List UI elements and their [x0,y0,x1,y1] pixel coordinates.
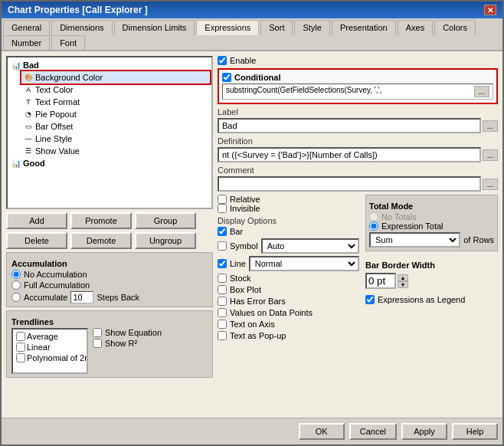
tree-item-pie-popout[interactable]: ◔ Pie Popout [21,108,210,120]
relative-checkbox[interactable] [218,195,227,204]
ungroup-button[interactable]: Ungroup [135,232,196,249]
tree-label-good: Good [23,159,45,168]
values-on-data-points-checkbox[interactable] [218,308,227,317]
tab-presentation[interactable]: Presentation [332,20,396,35]
trendlines-title: Trendlines [11,317,208,326]
text-as-popup-checkbox[interactable] [218,331,227,340]
relative-item[interactable]: Relative [218,195,359,204]
trendline-poly2[interactable]: Polynomial of 2nd d... [15,353,85,363]
tab-axes[interactable]: Axes [398,20,433,35]
trendlines-list[interactable]: Average Linear Polynomial of 2nd d... [11,328,88,374]
stock-checkbox[interactable] [218,274,227,283]
tree-label-bad: Bad [23,61,39,70]
sum-select[interactable]: Sum [369,232,460,248]
line-select[interactable]: Normal [249,256,359,271]
tree-item-text-color[interactable]: A Text Color [21,84,210,96]
show-r2-label: Show R² [105,339,137,348]
tree-item-line-style[interactable]: — Line Style [21,133,210,145]
tree-item-show-value[interactable]: ☰ Show Value [21,145,210,157]
left-panel: 📊 Bad 🎨 Background Color A Text Color T … [6,56,213,413]
delete-button[interactable]: Delete [6,232,67,249]
tab-general[interactable]: General [3,20,50,35]
accumulate-label: Accumulate [24,293,67,302]
invisible-item[interactable]: Invisible [218,204,359,213]
group-button[interactable]: Group [135,212,196,229]
line-checkbox[interactable] [218,259,227,268]
btn-row-1: Add Promote Group [6,212,213,229]
trendline-average[interactable]: Average [15,331,85,342]
apply-button[interactable]: Apply [401,423,447,440]
show-r2-item[interactable]: Show R² [93,339,162,348]
tree-label-text-color: Text Color [35,85,74,94]
label-input[interactable] [218,118,481,133]
radio-no-accumulation[interactable]: No Accumulation [11,270,208,279]
steps-input[interactable]: 10 [70,291,93,303]
conditional-label: Conditional [234,73,281,82]
tree-item-bad[interactable]: 📊 Bad [9,59,210,71]
spin-up[interactable]: ▲ [398,274,408,281]
tab-dimension-limits[interactable]: Dimension Limits [114,20,195,35]
spin-down[interactable]: ▼ [398,281,408,288]
definition-expr-button[interactable]: ... [483,149,498,161]
expressions-legend-item[interactable]: Expressions as Legend [365,295,498,304]
pt-input[interactable] [365,273,396,289]
symbol-checkbox[interactable] [218,241,227,251]
has-error-bars-row: Has Error Bars [218,297,359,306]
tab-colors[interactable]: Colors [434,20,476,35]
line-style-icon: — [23,133,34,144]
tree-label-bar-offset: Bar Offset [35,122,73,131]
tree-item-bar-offset[interactable]: ▭ Bar Offset [21,120,210,133]
invisible-checkbox[interactable] [218,204,227,213]
symbol-select[interactable]: Auto [261,238,359,254]
tree-container[interactable]: 📊 Bad 🎨 Background Color A Text Color T … [6,56,213,209]
comment-input[interactable] [218,176,481,192]
show-equation-checkbox[interactable] [93,328,102,337]
comment-expr-button[interactable]: ... [483,179,498,190]
box-plot-checkbox[interactable] [218,285,227,294]
radio-accumulate[interactable]: Accumulate [11,293,67,302]
line-label: Line [230,259,246,268]
text-on-axis-checkbox[interactable] [218,320,227,329]
display-options-box: Bar Symbol Auto Line [218,227,359,340]
of-rows-label: of Rows [463,235,494,244]
cancel-button[interactable]: Cancel [349,423,397,440]
tree-item-good[interactable]: 📊 Good [9,157,210,169]
enable-checkbox[interactable] [218,56,227,65]
conditional-expr-button[interactable]: ... [474,86,489,97]
has-error-bars-checkbox[interactable] [218,297,227,306]
stock-label: Stock [230,274,251,283]
demote-button[interactable]: Demote [70,232,132,249]
tab-font[interactable]: Font [51,35,85,50]
radio-no-totals[interactable]: No Totals [369,212,494,221]
show-equation-item[interactable]: Show Equation [93,328,162,337]
pt-row: ▲ ▼ [365,273,498,289]
close-button[interactable]: ✕ [484,5,496,15]
promote-button[interactable]: Promote [70,212,132,229]
trendline-linear-label: Linear [27,343,51,352]
bar-checkbox[interactable] [218,227,227,236]
tab-expressions[interactable]: Expressions [196,20,259,35]
line-row: Line Normal [218,256,359,271]
ok-button[interactable]: OK [299,423,345,440]
expressions-legend-checkbox[interactable] [365,295,375,304]
add-button[interactable]: Add [6,212,67,229]
trendline-linear[interactable]: Linear [15,342,85,353]
tab-number[interactable]: Number [3,35,50,50]
radio-expression-total[interactable]: Expression Total [369,221,494,231]
enable-item[interactable]: Enable [218,56,498,65]
definition-input[interactable] [218,147,481,162]
tab-style[interactable]: Style [294,20,329,35]
help-button[interactable]: Help [452,423,498,440]
right-options: Total Mode No Totals Expression Total Su… [365,195,498,413]
tab-sort[interactable]: Sort [260,20,293,35]
label-expr-button[interactable]: ... [483,120,498,132]
tab-dimensions[interactable]: Dimensions [51,20,112,35]
full-accumulation-label: Full Accumulation [24,280,90,290]
conditional-expr[interactable]: substringCount(GetFieldSelections(Survey… [222,84,493,100]
bar-border-box: Bar Border Width ▲ ▼ [365,257,498,289]
tree-item-background-color[interactable]: 🎨 Background Color [21,71,210,84]
conditional-checkbox[interactable] [222,73,231,82]
tree-item-text-format[interactable]: T Text Format [21,96,210,108]
show-r2-checkbox[interactable] [93,339,102,348]
radio-full-accumulation[interactable]: Full Accumulation [11,280,208,290]
